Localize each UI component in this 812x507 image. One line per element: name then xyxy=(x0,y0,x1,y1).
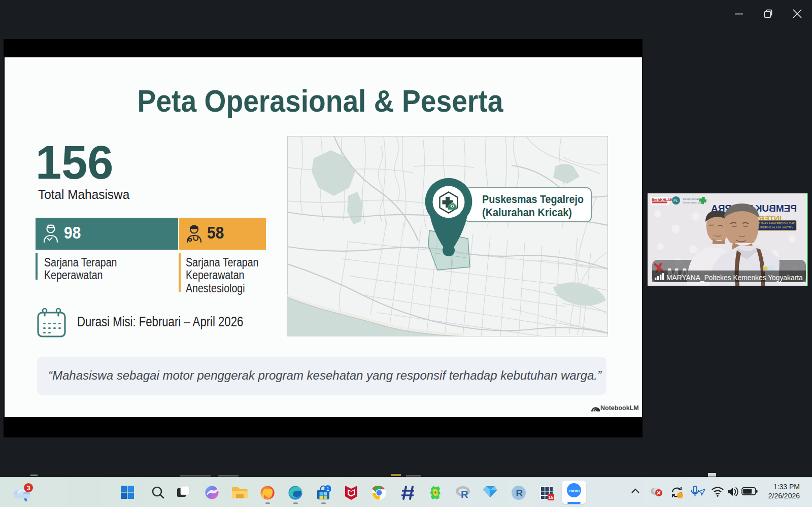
svg-text:1: 1 xyxy=(326,486,329,492)
svg-text:kesehatan yk: kesehatan yk xyxy=(683,201,701,204)
svg-text:Puskesmas Tegalrejo: Puskesmas Tegalrejo xyxy=(482,193,584,206)
svg-text:VIRTUAL MULAI 26 FEBRUARI: VIRTUAL MULAI 26 FEBRUARI xyxy=(753,226,793,229)
svg-text:kementerian: kementerian xyxy=(683,197,700,200)
svg-text:15: 15 xyxy=(548,495,553,500)
svg-text:MARYANA_Poltekes Kemenkes Yogy: MARYANA_Poltekes Kemenkes Yogyakarta xyxy=(666,274,803,282)
svg-text:zoom: zoom xyxy=(568,488,580,493)
svg-text:BerAKHLAK: BerAKHLAK xyxy=(652,198,672,201)
svg-text:PL: PL xyxy=(673,199,678,202)
svg-text:(Kalurahan Kricak): (Kalurahan Kricak) xyxy=(482,207,572,219)
svg-text:R: R xyxy=(461,489,468,499)
svg-text:3: 3 xyxy=(26,484,30,492)
svg-text:R: R xyxy=(516,488,523,498)
